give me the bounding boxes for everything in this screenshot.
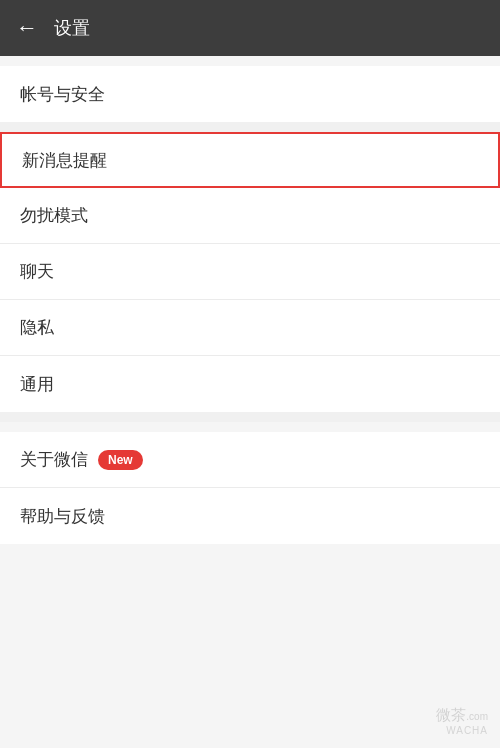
settings-group-2: 新消息提醒 勿扰模式 聊天 隐私 通用 bbox=[0, 132, 500, 412]
menu-item-general[interactable]: 通用 bbox=[0, 356, 500, 412]
menu-item-label: 帐号与安全 bbox=[20, 83, 105, 106]
watermark-sub-text: WACHA bbox=[446, 725, 488, 736]
watermark-main-text: 微茶.com bbox=[436, 706, 488, 725]
section-divider-1 bbox=[0, 122, 500, 132]
settings-group-1: 帐号与安全 bbox=[0, 66, 500, 122]
menu-item-account-security[interactable]: 帐号与安全 bbox=[0, 66, 500, 122]
page-title: 设置 bbox=[54, 16, 90, 40]
menu-item-about-wechat[interactable]: 关于微信 New bbox=[0, 432, 500, 488]
menu-item-privacy[interactable]: 隐私 bbox=[0, 300, 500, 356]
menu-item-label: 聊天 bbox=[20, 260, 54, 283]
menu-item-new-message-reminder[interactable]: 新消息提醒 bbox=[0, 132, 500, 188]
menu-item-label: 新消息提醒 bbox=[22, 149, 107, 172]
menu-item-label: 关于微信 bbox=[20, 448, 88, 471]
menu-item-help-feedback[interactable]: 帮助与反馈 bbox=[0, 488, 500, 544]
settings-group-3: 关于微信 New 帮助与反馈 bbox=[0, 432, 500, 544]
watermark: 微茶.com WACHA bbox=[436, 706, 488, 736]
back-button[interactable]: ← bbox=[16, 17, 38, 39]
section-divider-2 bbox=[0, 412, 500, 422]
menu-item-label: 帮助与反馈 bbox=[20, 505, 105, 528]
menu-item-chat[interactable]: 聊天 bbox=[0, 244, 500, 300]
app-header: ← 设置 bbox=[0, 0, 500, 56]
menu-item-label: 通用 bbox=[20, 373, 54, 396]
menu-item-label: 勿扰模式 bbox=[20, 204, 88, 227]
menu-item-do-not-disturb[interactable]: 勿扰模式 bbox=[0, 188, 500, 244]
new-badge: New bbox=[98, 450, 143, 470]
menu-item-label: 隐私 bbox=[20, 316, 54, 339]
